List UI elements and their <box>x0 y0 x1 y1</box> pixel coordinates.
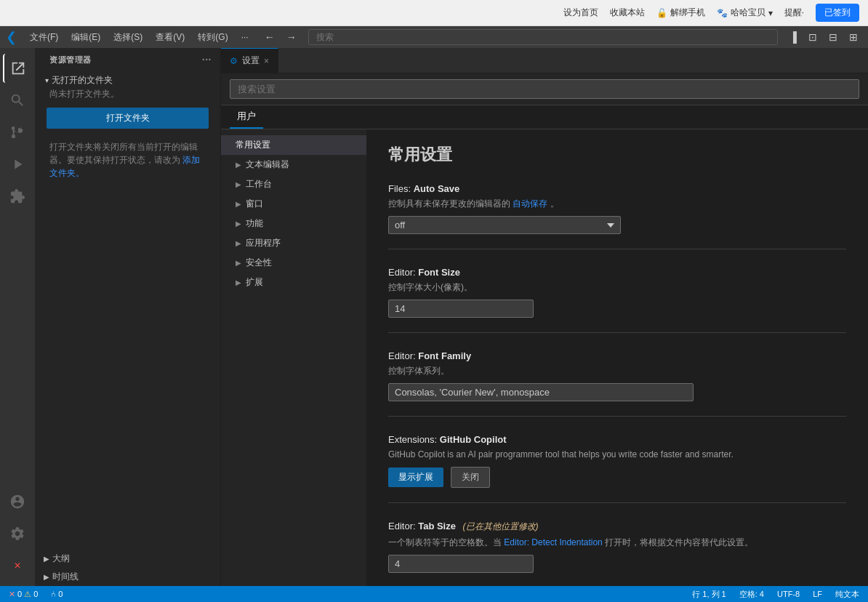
sidebar-toggle-icon[interactable]: ▐ <box>785 30 801 44</box>
split-icon[interactable]: ⊟ <box>824 30 842 44</box>
tab-size-input[interactable] <box>388 555 534 573</box>
tab-size-desc: 一个制表符等于的空格数。当 Editor: Detect Indentation… <box>388 536 846 549</box>
setting-font-family: Editor: Font Family 控制字体系列。 <box>388 350 846 417</box>
title-bar-icons: ▐ ⊡ ⊟ ⊞ <box>785 30 862 44</box>
nav-function-label: 功能 <box>246 217 263 230</box>
settings-tabs: 用户 <box>221 105 868 129</box>
nav-security[interactable]: ▶ 安全性 <box>221 253 366 273</box>
sidebar-timeline[interactable]: ▶ 时间线 <box>35 568 220 586</box>
detect-indentation-link[interactable]: Editor: Detect Indentation <box>504 537 602 547</box>
status-bar: ✕ 0 ⚠ 0 ⑃ 0 行 1, 列 1 空格: 4 UTF-8 LF 纯文本 <box>0 586 868 602</box>
sidebar-more-icon[interactable]: ··· <box>202 54 212 65</box>
timeline-label: 时间线 <box>52 571 79 583</box>
copilot-name: GitHub Copilot <box>440 434 507 445</box>
close-copilot-button[interactable]: 关闭 <box>451 467 490 488</box>
activity-account[interactable] <box>3 487 32 516</box>
activity-extensions[interactable] <box>3 182 32 211</box>
nav-function-chevron-icon: ▶ <box>236 220 241 228</box>
menu-edit[interactable]: 编辑(E) <box>65 30 106 45</box>
activity-run[interactable] <box>3 150 32 179</box>
show-extension-button[interactable]: 显示扩展 <box>388 467 443 487</box>
collect-link[interactable]: 收藏本站 <box>610 7 645 19</box>
search-input[interactable] <box>308 29 778 45</box>
menu-goto[interactable]: 转到(G) <box>192 30 233 45</box>
auto-save-link[interactable]: 自动保存 <box>513 198 547 209</box>
nav-workspace[interactable]: ▶ 工作台 <box>221 174 366 194</box>
font-family-prefix: Editor: <box>388 350 418 361</box>
no-folder-section: ▾ 无打开的文件夹 <box>35 71 220 87</box>
signed-in-button[interactable]: 已签到 <box>816 4 859 22</box>
settings-tab[interactable]: ⚙ 设置 × <box>221 48 278 73</box>
activity-git[interactable] <box>3 118 32 147</box>
browser-bar: 设为首页 收藏本站 🔓 解绑手机 🐾 哈哈宝贝 ▾ 提醒· 已签到 <box>0 0 868 26</box>
nav-window-label: 窗口 <box>246 198 263 210</box>
auto-save-name: Auto Save <box>414 183 460 194</box>
auto-save-desc: 控制具有未保存更改的编辑器的 自动保存 。 <box>388 197 846 210</box>
font-family-desc: 控制字体系列。 <box>388 364 846 377</box>
settings-tab-label: 设置 <box>242 55 260 67</box>
activity-bar: ✕ <box>0 48 35 586</box>
remind-link[interactable]: 提醒· <box>784 7 804 19</box>
copilot-buttons: 显示扩展 关闭 <box>388 467 846 488</box>
back-button[interactable]: ← <box>260 30 279 44</box>
status-encoding[interactable]: UTF-8 <box>774 590 803 598</box>
menu-view[interactable]: 查看(V) <box>150 30 190 45</box>
font-family-input[interactable] <box>388 383 694 401</box>
title-bar: ❮ 文件(F) 编辑(E) 选择(S) 查看(V) 转到(G) ··· ← → … <box>0 26 868 48</box>
status-language[interactable]: 纯文本 <box>832 589 862 600</box>
settings-tab-user[interactable]: 用户 <box>230 105 263 129</box>
auto-save-select[interactable]: off afterDelay onFocusChange onWindowCha… <box>388 216 621 234</box>
font-size-input[interactable] <box>388 300 534 318</box>
nav-text-editor[interactable]: ▶ 文本编辑器 <box>221 155 366 174</box>
menu-more[interactable]: ··· <box>236 31 254 44</box>
sidebar-outline[interactable]: ▶ 大纲 <box>35 550 220 568</box>
setting-tab-size: Editor: Tab Size (已在其他位置修改) 一个制表符等于的空格数。… <box>388 521 846 586</box>
nav-common-settings[interactable]: 常用设置 <box>221 135 366 155</box>
set-home-link[interactable]: 设为首页 <box>563 7 598 19</box>
nav-extension-label: 扩展 <box>246 276 263 289</box>
activity-explorer[interactable] <box>3 54 32 83</box>
auto-save-label: Files: Auto Save <box>388 183 846 194</box>
forward-button[interactable]: → <box>282 30 301 44</box>
menu-file[interactable]: 文件(F) <box>24 30 64 45</box>
close-tab-button[interactable]: × <box>264 56 269 66</box>
nav-application[interactable]: ▶ 应用程序 <box>221 233 366 253</box>
unlock-phone-btn[interactable]: 🔓 解绑手机 <box>656 7 705 19</box>
nav-workspace-chevron-icon: ▶ <box>236 180 241 188</box>
activity-settings[interactable] <box>3 519 32 548</box>
nav-function[interactable]: ▶ 功能 <box>221 214 366 233</box>
activity-bottom: ✕ <box>3 487 32 580</box>
activity-errors[interactable]: ✕ <box>3 551 32 580</box>
nav-application-chevron-icon: ▶ <box>236 239 241 247</box>
nav-extension-chevron-icon: ▶ <box>236 278 241 286</box>
nav-text-chevron-icon: ▶ <box>236 161 241 169</box>
nav-security-chevron-icon: ▶ <box>236 259 241 267</box>
sidebar-header: 资源管理器 ··· <box>35 48 220 71</box>
status-line-col[interactable]: 行 1, 列 1 <box>689 589 728 600</box>
warning-count: 0 <box>33 590 38 598</box>
menu-select[interactable]: 选择(S) <box>108 30 148 45</box>
layout-icon[interactable]: ⊡ <box>804 30 821 44</box>
settings-search-input[interactable] <box>230 79 859 99</box>
title-bar-menu: 文件(F) 编辑(E) 选择(S) 查看(V) 转到(G) ··· <box>24 30 254 45</box>
tab-size-name: Tab Size <box>418 521 456 531</box>
font-size-desc: 控制字体大小(像素)。 <box>388 281 846 294</box>
auto-save-prefix: Files: <box>388 183 414 194</box>
font-size-prefix: Editor: <box>388 267 418 278</box>
status-errors[interactable]: ✕ 0 ⚠ 0 <box>6 590 41 599</box>
settings-nav: 常用设置 ▶ 文本编辑器 ▶ 工作台 ▶ 窗口 ▶ <box>221 129 366 586</box>
customize-icon[interactable]: ⊞ <box>845 30 862 44</box>
nav-window[interactable]: ▶ 窗口 <box>221 194 366 214</box>
status-spaces[interactable]: 空格: 4 <box>736 589 767 600</box>
haha-baby-btn[interactable]: 🐾 哈哈宝贝 ▾ <box>717 7 773 19</box>
error-icon: ✕ <box>9 590 15 599</box>
open-folder-button[interactable]: 打开文件夹 <box>47 108 209 129</box>
activity-search[interactable] <box>3 86 32 115</box>
status-source-control[interactable]: ⑃ 0 <box>48 590 65 598</box>
sidebar-header-icons: ··· <box>202 54 212 65</box>
tab-size-prefix: Editor: <box>388 521 418 531</box>
copilot-prefix: Extensions: <box>388 434 440 445</box>
nav-extension[interactable]: ▶ 扩展 <box>221 273 366 292</box>
status-eol[interactable]: LF <box>810 590 825 598</box>
nav-application-label: 应用程序 <box>246 237 281 249</box>
